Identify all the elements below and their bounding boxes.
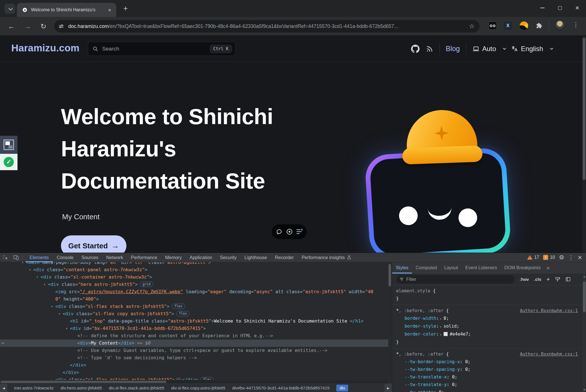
site-logo[interactable]: Haramizu.com <box>11 42 80 54</box>
css-property[interactable]: --tw-translate-x: 0; <box>396 373 578 381</box>
url-text[interactable]: doc.haramizu.com/en/?bxQATool=true&bxFlo… <box>68 23 466 29</box>
extension-x-icon[interactable]: X <box>504 21 512 30</box>
language-select[interactable]: English <box>511 45 552 53</box>
devtools-tab-performance-insights[interactable]: Performance insights <box>298 253 355 262</box>
css-property[interactable]: border-color:▸#e4e4e7; <box>396 330 578 338</box>
breadcrumb-item[interactable]: div.hero.astro-jbfsktt5 <box>60 386 102 391</box>
elements-tree-line[interactable]: <h1 id="_top" data-page-title class="ast… <box>0 317 388 325</box>
elements-tree-line[interactable]: ▾<div class="content-panel astro-7nkwcw3… <box>0 266 388 273</box>
new-style-rule-button[interactable]: + <box>547 276 550 283</box>
styles-filter-input[interactable]: Filter <box>396 275 515 284</box>
css-rule-section[interactable]: *, :before, :after {Authors.Bxxnbwhm.css… <box>392 305 582 349</box>
breadcrumb-right-arrow[interactable]: ▶ <box>385 384 392 392</box>
expander-open-icon[interactable]: ▾ <box>42 281 47 288</box>
chat-bubble-icon[interactable] <box>276 229 282 235</box>
styles-tab-dom-breakpoints[interactable]: DOM Breakpoints <box>501 262 545 273</box>
elements-tree-line[interactable]: <img src="/_astro/houston.CZZyCf7p_ZmSIF… <box>0 288 388 295</box>
breadcrumb-item[interactable]: div.sl-flex.stack.astro-jbfsktt5 <box>109 386 164 391</box>
adorner-badge-flex[interactable]: flex <box>201 377 214 380</box>
expander-open-icon[interactable]: ▾ <box>64 325 69 332</box>
console-warnings-count[interactable]: ! 17 <box>527 255 539 260</box>
devtools-close-icon[interactable]: × <box>578 254 582 261</box>
stylesheet-link[interactable]: Authors.Bxxnbwhm.css:1 <box>520 307 578 315</box>
profile-avatar[interactable] <box>555 20 565 30</box>
elements-tree-line[interactable]: ▾<div id="bx-44715570-3cd1-441a-bddb-672… <box>0 325 388 332</box>
css-property[interactable]: --tw-rotate: 0; <box>396 389 578 392</box>
issues-count[interactable]: ! 10 <box>543 255 555 260</box>
adorner-badge-flex[interactable]: flex <box>172 304 185 309</box>
devtools-tab-recorder[interactable]: Recorder <box>271 253 298 262</box>
window-close-button[interactable]: × <box>569 0 586 16</box>
toggle-hover-state-button[interactable]: :hov <box>520 277 529 282</box>
expand-longhand-icon[interactable]: ▸ <box>440 325 442 329</box>
elements-tree-line[interactable]: ▾<main data-pagefind-body lang="en" dir=… <box>0 262 388 266</box>
tab-search-button[interactable] <box>5 4 15 14</box>
stylesheet-link[interactable]: Authors.Bxxnbwhm.css:1 <box>520 351 578 358</box>
scrollbar-thumb[interactable] <box>583 281 586 312</box>
tab-close-icon[interactable]: × <box>107 7 112 13</box>
devtools-tab-application[interactable]: Application <box>186 253 216 262</box>
color-swatch[interactable] <box>444 332 448 336</box>
styles-tab-layout[interactable]: Layout <box>440 262 462 273</box>
scroll-down-icon[interactable]: ▼ <box>582 388 586 391</box>
devtools-tab-security[interactable]: Security <box>216 253 241 262</box>
elements-tree-line[interactable]: ▾<div class="hero astro-jbfsktt5">grid <box>0 281 388 288</box>
elements-tree-line[interactable]: <!-- Use dynamic Guest variables, type c… <box>0 347 388 354</box>
styles-tab-styles[interactable]: Styles <box>392 262 412 273</box>
github-icon[interactable] <box>411 45 420 53</box>
window-minimize-button[interactable] <box>534 0 551 16</box>
devtools-tab-performance[interactable]: Performance <box>127 253 161 262</box>
more-tabs-icon[interactable]: » <box>544 264 552 271</box>
expander-open-icon[interactable]: ▾ <box>20 262 25 266</box>
extension-goggles-icon[interactable] <box>488 21 497 30</box>
url-bar[interactable]: doc.haramizu.com/en/?bxQATool=true&bxFlo… <box>54 20 480 32</box>
devtools-settings-gear-icon[interactable]: ⚙ <box>559 254 564 261</box>
expander-open-icon[interactable]: ▾ <box>57 310 62 317</box>
rendering-emulation-icon[interactable] <box>555 277 560 282</box>
expander-open-icon[interactable]: ▾ <box>28 266 32 273</box>
elements-tree-line[interactable]: ▾<div class="sl-flex stack astro-jbfsktt… <box>0 303 388 310</box>
css-property[interactable]: --tw-border-spacing-x: 0; <box>396 358 578 366</box>
expander-open-icon[interactable]: ▾ <box>35 273 39 281</box>
elements-tree-line[interactable]: ▾<div class="sl-flex copy astro-jbfsktt5… <box>0 310 388 317</box>
css-property[interactable]: border-style:▸solid; <box>396 323 578 330</box>
css-property[interactable]: --tw-border-spacing-y: 0; <box>396 366 578 373</box>
elements-horizontal-scrollbar[interactable] <box>0 380 388 384</box>
expander-closed-icon[interactable]: ▸ <box>50 376 54 380</box>
scroll-up-icon[interactable]: ▲ <box>582 275 586 278</box>
browser-menu-kebab-icon[interactable]: ⋮ <box>573 21 579 29</box>
elements-tree-line[interactable]: ▾<div class="sl-container astro-7nkwcw3z… <box>0 273 388 281</box>
devtools-tab-sources[interactable]: Sources <box>78 253 102 262</box>
bookmark-star-icon[interactable]: ☆ <box>469 23 475 30</box>
eye-icon[interactable] <box>287 229 292 235</box>
back-button[interactable]: ← <box>6 21 16 31</box>
breadcrumb-left-arrow[interactable]: ◀ <box>0 384 7 392</box>
adorner-badge-flex[interactable]: flex <box>176 311 190 316</box>
breadcrumb-item[interactable]: div#bx-44715570-3cd1-441a-bddb-672b5d657… <box>232 386 330 391</box>
expander-open-icon[interactable]: ▾ <box>50 303 54 310</box>
styles-tab-event-listeners[interactable]: Event Listeners <box>462 262 501 273</box>
row-options-dots-icon[interactable]: ⋯ <box>1 340 5 347</box>
page-scrollbar[interactable] <box>582 36 586 253</box>
devtools-tab-memory[interactable]: Memory <box>161 253 186 262</box>
elements-tree-line[interactable]: </div> <box>0 362 388 369</box>
reload-button[interactable]: ↻ <box>38 21 49 31</box>
expand-longhand-icon[interactable]: ▸ <box>440 317 442 321</box>
forward-button[interactable]: → <box>23 21 33 31</box>
styles-scrollbar[interactable]: ▲ ▼ <box>582 274 586 392</box>
css-property[interactable]: --tw-translate-y: 0; <box>396 381 578 389</box>
theme-select[interactable]: Auto <box>473 45 505 53</box>
overlay-frames-tile[interactable] <box>0 136 17 154</box>
css-property[interactable]: border-width:▸0; <box>396 315 578 323</box>
list-badge-icon[interactable] <box>297 229 303 235</box>
extensions-puzzle-icon[interactable] <box>535 21 543 30</box>
inspect-element-icon[interactable] <box>0 253 11 262</box>
elements-tree-line[interactable]: ▸<div class="sl-flex actions astro-jbfsk… <box>0 376 388 380</box>
blog-link[interactable]: Blog <box>446 45 460 53</box>
breadcrumb-item[interactable]: iner.astro-7nkwcw3z <box>14 386 54 391</box>
computed-panel-toggle-icon[interactable] <box>565 277 571 282</box>
breadcrumb-item-selected[interactable]: div <box>336 385 348 391</box>
devtools-tab-console[interactable]: Console <box>53 253 78 262</box>
elements-tree-line-selected[interactable]: ⋯<div>My Content</div> == $0 <box>0 340 388 347</box>
window-maximize-button[interactable] <box>551 0 569 16</box>
